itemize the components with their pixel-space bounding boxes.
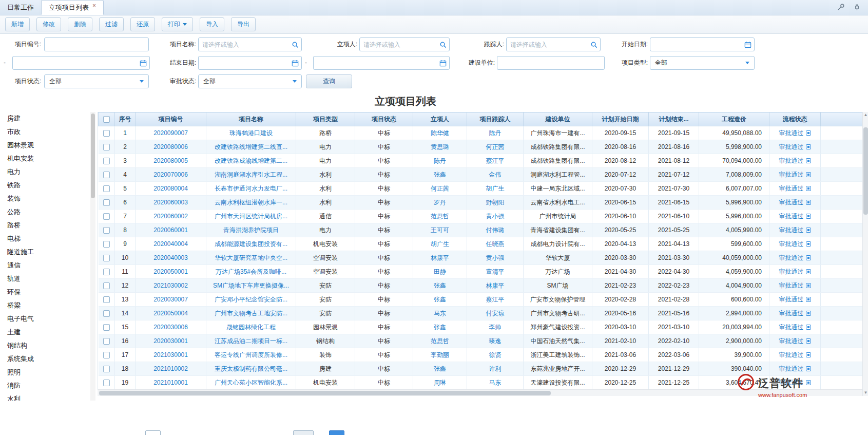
flow-status-link[interactable]: 审批通过 xyxy=(779,282,804,289)
edit-button[interactable]: 修改 xyxy=(36,17,61,31)
tracker-link[interactable]: 付安琼 xyxy=(486,310,505,317)
column-header[interactable]: 项目名称 xyxy=(206,112,296,126)
project-name-input[interactable] xyxy=(199,41,289,48)
start-date-to-input[interactable] xyxy=(13,60,137,67)
column-header[interactable]: 项目跟踪人 xyxy=(467,112,524,126)
sidebar-item[interactable]: 消防 xyxy=(0,379,90,392)
column-header[interactable]: 计划结束... xyxy=(649,112,699,126)
row-checkbox[interactable] xyxy=(103,144,110,150)
project-no-link[interactable]: 2020060002 xyxy=(153,213,188,220)
row-checkbox[interactable] xyxy=(103,241,110,248)
flow-status-icon[interactable] xyxy=(806,172,811,177)
project-name-search-icon[interactable] xyxy=(289,41,301,48)
end-date-to-calendar-icon[interactable] xyxy=(437,60,449,67)
initiator-link[interactable]: 何正茜 xyxy=(431,185,449,192)
project-no-link[interactable]: 2020080004 xyxy=(153,185,188,192)
project-name-link[interactable]: 改建铁路成渝线增建第二... xyxy=(215,157,287,164)
initiator-link[interactable]: 罗丹 xyxy=(434,199,446,206)
row-checkbox[interactable] xyxy=(103,324,110,331)
flow-status-link[interactable]: 审批通过 xyxy=(779,268,804,275)
pagination-fragment[interactable] xyxy=(145,430,161,435)
flow-status-link[interactable]: 审批通过 xyxy=(779,240,804,248)
column-header[interactable]: 项目状态 xyxy=(355,112,413,126)
flow-status-link[interactable]: 审批通过 xyxy=(779,310,804,317)
end-date-to-input[interactable] xyxy=(314,60,437,67)
table-row[interactable]: 12020090007珠海鹤港口建设路桥中标陈华健陈丹广州珠海市一建有...20… xyxy=(99,126,863,140)
table-row[interactable]: 82020060001青海洪湖养护院项目电力中标王可可付伟璐青海省建设集团有..… xyxy=(99,223,863,237)
tracker-link[interactable]: 任晓燕 xyxy=(486,240,505,248)
project-name-link[interactable]: SM广场地下车库更换摄像... xyxy=(213,282,289,289)
column-header[interactable]: 项目类型 xyxy=(296,112,355,126)
query-button[interactable]: 查询 xyxy=(306,74,352,88)
row-checkbox[interactable] xyxy=(103,310,110,317)
sidebar-item[interactable]: 路桥 xyxy=(0,219,90,232)
filter-button[interactable]: 过滤 xyxy=(99,17,124,31)
wrench-icon[interactable] xyxy=(837,3,845,11)
tracker-input[interactable] xyxy=(507,41,588,48)
table-row[interactable]: 72020060002广州市天河区统计局机房...通信中标范思哲黄小强广州市统计… xyxy=(99,210,863,223)
project-name-link[interactable]: 成都能源建设集团投资有... xyxy=(215,240,287,248)
sidebar-item[interactable]: 电梯 xyxy=(0,232,90,245)
project-name-link[interactable]: 广州天心苑小区智能化系... xyxy=(215,379,287,386)
end-date-calendar-icon[interactable] xyxy=(289,60,301,67)
tracker-link[interactable]: 林康平 xyxy=(486,282,505,289)
project-name-link[interactable]: 晟铭园林绿化工程 xyxy=(226,324,276,331)
flow-status-link[interactable]: 审批通过 xyxy=(779,199,804,206)
flow-status-link[interactable]: 审批通过 xyxy=(779,296,804,303)
flow-status-icon[interactable] xyxy=(806,283,811,288)
sidebar-item[interactable]: 电子电气 xyxy=(0,312,90,326)
sidebar-item[interactable]: 土建 xyxy=(0,326,90,339)
project-name-link[interactable]: 华软大厦研究基地中央空... xyxy=(215,254,287,261)
project-name-link[interactable]: 广州市天河区统计局机房... xyxy=(215,213,287,220)
flow-status-link[interactable]: 审批通过 xyxy=(779,185,804,192)
start-date-calendar-icon[interactable] xyxy=(742,41,754,48)
sidebar-item[interactable]: 通信 xyxy=(0,259,90,272)
project-name-link[interactable]: 珠海鹤港口建设 xyxy=(229,129,273,137)
initiator-link[interactable]: 张鑫 xyxy=(434,296,446,303)
flow-status-icon[interactable] xyxy=(806,325,811,330)
row-checkbox[interactable] xyxy=(103,366,110,372)
tracker-link[interactable]: 臻逸 xyxy=(489,337,501,345)
initiator-link[interactable]: 李勤丽 xyxy=(431,351,449,358)
flow-status-icon[interactable] xyxy=(806,186,811,191)
sidebar-item[interactable]: 水利 xyxy=(0,392,90,401)
project-no-link[interactable]: 2021030002 xyxy=(153,282,188,289)
table-row[interactable]: 32020080005改建铁路成渝线增建第二...电力中标陈丹蔡江平成都铁路集团… xyxy=(99,154,863,168)
flow-status-icon[interactable] xyxy=(806,338,811,344)
tab-project-list[interactable]: 立项项目列表 × xyxy=(41,0,104,15)
flow-status-link[interactable]: 审批通过 xyxy=(779,171,804,178)
row-checkbox[interactable] xyxy=(103,199,110,206)
pagination-fragment[interactable] xyxy=(329,430,344,435)
sidebar-item[interactable]: 钢结构 xyxy=(0,339,90,352)
sidebar-item[interactable]: 园林景观 xyxy=(0,139,90,152)
initiator-link[interactable]: 田静 xyxy=(434,268,446,275)
flow-status-link[interactable]: 审批通过 xyxy=(779,213,804,220)
sidebar-item[interactable]: 照明 xyxy=(0,366,90,379)
table-row[interactable]: 62020060003云南水利枢纽潜朝水库一...水利中标罗丹野朝阳云南省水利水… xyxy=(99,196,863,210)
scroll-up-icon[interactable]: ▲ xyxy=(863,112,868,118)
flow-status-icon[interactable] xyxy=(806,241,811,247)
row-checkbox[interactable] xyxy=(103,227,110,234)
add-button[interactable]: 新增 xyxy=(5,17,30,31)
flow-status-link[interactable]: 审批通过 xyxy=(779,129,804,137)
initiator-link[interactable]: 范思哲 xyxy=(431,213,449,220)
flow-status-link[interactable]: 审批通过 xyxy=(779,157,804,164)
flow-status-icon[interactable] xyxy=(806,214,811,219)
project-no-link[interactable]: 2020050004 xyxy=(153,310,188,317)
tracker-link[interactable]: 马东 xyxy=(489,379,501,386)
flow-status-link[interactable]: 审批通过 xyxy=(779,351,804,358)
project-status-select[interactable]: 全部 xyxy=(44,74,149,88)
row-checkbox[interactable] xyxy=(103,296,110,303)
tab-daily-work[interactable]: 日常工作 xyxy=(0,0,41,15)
start-date-to-calendar-icon[interactable] xyxy=(137,60,149,67)
scroll-down-icon[interactable]: ▼ xyxy=(863,390,868,396)
tracker-link[interactable]: 陈丹 xyxy=(489,129,501,137)
column-header[interactable]: 流程状态 xyxy=(769,112,821,126)
flow-status-icon[interactable] xyxy=(806,269,811,274)
project-no-link[interactable]: 2020030001 xyxy=(153,337,188,345)
tracker-link[interactable]: 蔡江平 xyxy=(486,296,505,303)
flow-status-link[interactable]: 审批通过 xyxy=(779,337,804,345)
horizontal-scrollbar-thumb[interactable] xyxy=(99,391,551,395)
table-row[interactable]: 52020080004长春市伊通河水力发电厂...水利中标何正茜胡广生中建一局东… xyxy=(99,182,863,196)
project-no-link[interactable]: 2020060003 xyxy=(153,199,188,206)
